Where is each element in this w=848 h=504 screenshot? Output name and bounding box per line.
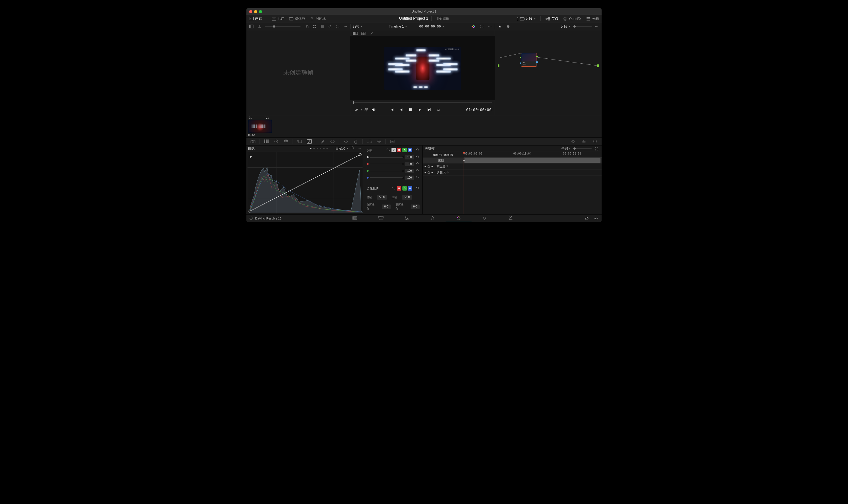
color-match-palette[interactable]: [263, 139, 270, 144]
key-palette[interactable]: [365, 139, 373, 144]
nodes-canvas[interactable]: 01: [495, 30, 602, 115]
tracker-palette[interactable]: [342, 139, 350, 144]
softclip-g-button[interactable]: G: [402, 186, 407, 191]
prev-frame-button[interactable]: [399, 107, 404, 112]
gallery-options-button[interactable]: ⋯: [342, 24, 348, 29]
diamond-icon[interactable]: ◆: [431, 165, 433, 168]
info-button[interactable]: [591, 139, 599, 144]
hand-tool[interactable]: [506, 24, 511, 29]
mediapool-toggle[interactable]: 媒体池: [289, 16, 305, 21]
reset-b-button[interactable]: [416, 176, 420, 180]
lightbox-toggle[interactable]: 光箱: [586, 16, 599, 21]
intensity-b-slider[interactable]: [370, 178, 403, 178]
loop-button[interactable]: [436, 107, 441, 112]
curves-options-button[interactable]: ⋯: [356, 145, 362, 151]
grid-view-button[interactable]: [312, 24, 317, 29]
diamond-icon[interactable]: ◆: [431, 171, 433, 174]
sort-button[interactable]: [304, 24, 310, 29]
expand-gallery-button[interactable]: [335, 24, 340, 29]
link-icon[interactable]: [387, 148, 390, 152]
viewer-zoom[interactable]: 32% ▾: [353, 24, 362, 29]
kf-zoom-slider[interactable]: [572, 148, 592, 149]
unmix-button[interactable]: [364, 107, 369, 112]
timeline-selector[interactable]: Timeline 1 ▾: [389, 24, 407, 29]
motion-palette[interactable]: [296, 139, 303, 144]
home-button[interactable]: [584, 216, 589, 221]
timecode-selector[interactable]: 00:00:00:00 ▾: [419, 24, 444, 29]
nodes-zoom-slider[interactable]: [572, 26, 592, 27]
play-button[interactable]: [417, 107, 423, 112]
edit-page-tab[interactable]: [394, 215, 420, 222]
wheels-palette[interactable]: [272, 139, 280, 144]
fairlight-page-tab[interactable]: [472, 215, 497, 222]
image-wipe-button[interactable]: [471, 24, 476, 29]
chevron-down-icon[interactable]: ▾: [360, 108, 362, 111]
high-value[interactable]: 50.0: [402, 195, 412, 200]
kf-track-sizing[interactable]: ● ◆ › 调整大小: [423, 169, 602, 176]
viewer-options-button[interactable]: ⋯: [487, 24, 493, 29]
reset-edit-button[interactable]: [416, 148, 420, 152]
deliver-page-tab[interactable]: [497, 215, 524, 222]
kf-track-corrector[interactable]: ● ◆ › 校正器 1: [423, 164, 602, 169]
viewer-timecode[interactable]: 01:00:00:00: [466, 108, 492, 112]
intensity-g-slider[interactable]: [370, 170, 403, 171]
settings-button[interactable]: [594, 216, 599, 221]
gallery-toggle[interactable]: 画廊: [249, 16, 262, 21]
curves-mode-selector[interactable]: 自定义▾: [335, 146, 348, 151]
clips-toggle[interactable]: ] 片段 ▾: [517, 16, 535, 21]
kf-ruler[interactable]: 00:00:00:00 00:00:19:04 00:00:38:08: [464, 152, 602, 158]
search-button[interactable]: [327, 24, 333, 29]
import-still-button[interactable]: [257, 24, 262, 29]
cut-page-tab[interactable]: [368, 215, 394, 222]
camera-raw-palette[interactable]: [249, 139, 257, 144]
channel-b-button[interactable]: B: [408, 148, 412, 152]
kf-filter-selector[interactable]: 全部▾: [561, 146, 570, 151]
qualifier-palette[interactable]: [319, 139, 326, 144]
intensity-y-value[interactable]: 100: [405, 155, 414, 159]
low-value[interactable]: 50.0: [377, 195, 387, 200]
reset-y-button[interactable]: [416, 155, 420, 159]
viewer-canvas[interactable]: CG画质君 bilibili: [350, 36, 495, 100]
eyedropper-button[interactable]: [354, 107, 359, 112]
openfx-toggle[interactable]: fx OpenFX: [563, 17, 581, 21]
intensity-g-value[interactable]: 100: [405, 169, 414, 173]
softclip-r-button[interactable]: R: [397, 186, 401, 191]
clip-thumbnail[interactable]: [248, 120, 272, 133]
sizing-palette[interactable]: [375, 139, 383, 144]
pointer-tool[interactable]: [497, 24, 503, 29]
viewer-mode-b[interactable]: [360, 31, 366, 36]
reset-softclip-button[interactable]: [416, 186, 420, 190]
channel-r-button[interactable]: R: [397, 148, 401, 152]
lut-toggle[interactable]: LUT: [272, 17, 284, 21]
high-soft-value[interactable]: 0.0: [411, 204, 420, 209]
link-icon[interactable]: [392, 186, 395, 190]
chevron-right-icon[interactable]: ›: [435, 165, 435, 168]
nodes-toggle[interactable]: 节点: [546, 16, 558, 21]
channel-y-button[interactable]: Y: [391, 148, 396, 152]
first-frame-button[interactable]: [389, 107, 395, 112]
stereo-palette[interactable]: 3D: [388, 139, 396, 144]
intensity-y-slider[interactable]: [370, 157, 403, 158]
gallery-slider[interactable]: [265, 26, 301, 27]
color-page-tab[interactable]: [446, 215, 472, 222]
reset-g-button[interactable]: [416, 169, 420, 173]
lock-icon[interactable]: [427, 165, 430, 168]
low-soft-value[interactable]: 0.0: [382, 204, 391, 209]
intensity-b-value[interactable]: 100: [405, 176, 414, 180]
magic-wand-button[interactable]: [369, 31, 374, 36]
last-frame-button[interactable]: [426, 107, 432, 112]
window-palette[interactable]: [329, 139, 336, 144]
viewer-scrubber[interactable]: [350, 100, 495, 105]
node-01[interactable]: 01: [521, 53, 537, 67]
nodes-mode-selector[interactable]: 片段 ▾: [561, 24, 570, 29]
scopes-button[interactable]: [580, 139, 588, 144]
list-view-button[interactable]: [320, 24, 325, 29]
sidebar-toggle[interactable]: [249, 24, 254, 29]
softclip-b-button[interactable]: B: [408, 186, 412, 191]
channel-g-button[interactable]: G: [402, 148, 407, 152]
stop-button[interactable]: [408, 107, 413, 112]
lock-icon[interactable]: [427, 171, 430, 174]
intensity-r-value[interactable]: 100: [405, 162, 414, 166]
timeline-toggle[interactable]: 时间线: [310, 16, 326, 21]
reset-curves-button[interactable]: [351, 146, 354, 150]
